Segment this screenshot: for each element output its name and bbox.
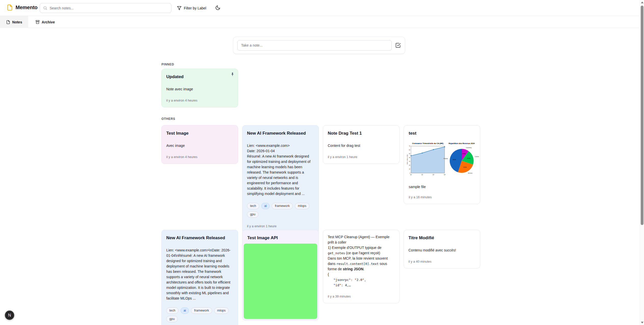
- svg-text:30: 30: [409, 161, 410, 162]
- tab-notes-label: Notes: [12, 20, 22, 24]
- note-card[interactable]: New AI Framework ReleasedLien: <www.exam…: [161, 230, 238, 325]
- scrollbar-up-arrow[interactable]: [641, 2, 643, 3]
- note-card[interactable]: Test MCP Cleanup (Agent) — Exemple prêt …: [323, 230, 400, 303]
- app-logo: Memento: [7, 4, 37, 11]
- others-section-label: OTHERS: [161, 117, 175, 121]
- note-title: test: [409, 130, 475, 137]
- file-icon: [7, 4, 13, 11]
- note-card[interactable]: UpdatedNote avec imageil y a environ 4 h…: [161, 69, 238, 107]
- pinned-section-label: PINNED: [161, 63, 174, 66]
- pinned-notes-row: UpdatedNote avec imageil y a environ 4 h…: [161, 69, 238, 107]
- pin-icon[interactable]: [230, 72, 235, 77]
- tab-archive-label: Archive: [42, 20, 55, 24]
- note-timestamp: il y a environ 1 heure: [328, 155, 395, 159]
- archive-icon: [35, 20, 40, 24]
- note-card[interactable]: New AI Framework ReleasedLien: <www.exam…: [242, 125, 319, 233]
- svg-text:0: 0: [409, 173, 410, 174]
- note-content: sample file: [405, 184, 479, 190]
- svg-text:Q4: Q4: [444, 174, 446, 175]
- tag-pill[interactable]: gpu: [166, 316, 178, 322]
- app-title: Memento: [16, 5, 37, 10]
- nextjs-dev-badge[interactable]: N: [5, 310, 14, 320]
- tag-pill[interactable]: framework: [272, 203, 293, 209]
- filter-label: Filter by Label: [184, 6, 206, 10]
- note-image-green: [244, 244, 317, 319]
- note-card[interactable]: Titre ModifiéContenu modifié avec succès…: [404, 230, 480, 269]
- svg-text:Q3: Q3: [433, 174, 434, 175]
- search-icon: [43, 6, 47, 10]
- svg-text:50: 50: [409, 153, 410, 154]
- file-icon: [6, 20, 10, 24]
- note-content: Test MCP Cleanup (Agent) — Exemple prêt …: [328, 234, 395, 288]
- vertical-scrollbar[interactable]: [640, 0, 644, 325]
- svg-text:40: 40: [409, 157, 410, 158]
- note-content: Avec image: [166, 143, 233, 148]
- note-content: Lien: <www.example.com> Date: 2026-01-04…: [247, 143, 314, 196]
- svg-text:Services: Services: [468, 173, 473, 174]
- tag-pill[interactable]: mlops: [295, 203, 309, 209]
- tag-pill[interactable]: gpu: [247, 211, 258, 218]
- note-title: Test Image API: [247, 234, 314, 242]
- note-content: Note avec image: [166, 87, 233, 92]
- scrollbar-thumb[interactable]: [641, 6, 643, 225]
- note-timestamp: il y a environ 4 heures: [166, 155, 233, 159]
- svg-text:Chiffre d'affaires (M€): Chiffre d'affaires (M€): [407, 154, 408, 165]
- svg-text:20.0%: 20.0%: [467, 158, 470, 159]
- filter-by-label-button[interactable]: Filter by Label: [177, 0, 206, 16]
- moon-icon: [215, 5, 221, 10]
- note-content: Content for drag test: [328, 143, 395, 148]
- svg-text:Produits: Produits: [444, 158, 448, 159]
- tag-pill[interactable]: ai: [261, 203, 270, 209]
- note-title: Updated: [166, 73, 233, 80]
- others-notes-row-2: New AI Framework ReleasedLien: <www.exam…: [161, 230, 481, 325]
- svg-text:10.0%: 10.0%: [462, 153, 466, 154]
- tag-pill[interactable]: ai: [181, 307, 189, 314]
- svg-text:Croissance Trimestrielle du CA: Croissance Trimestrielle du CA (M€): [412, 142, 444, 145]
- tab-notes[interactable]: Notes: [0, 16, 28, 28]
- tag-pill[interactable]: framework: [191, 307, 212, 314]
- tag-pill[interactable]: tech: [247, 203, 259, 209]
- note-charts-image: 010203040506070Q1Q2Q3Q4Croissance Trimes…: [406, 140, 478, 179]
- app-header: Memento Filter by Label: [0, 0, 644, 16]
- tab-bar: Notes Archive: [0, 16, 644, 28]
- note-content: Lien: <www.example.com>\nDate: 2026-01-0…: [166, 248, 233, 301]
- note-composer[interactable]: [233, 37, 405, 54]
- scrollbar-down-arrow[interactable]: [641, 322, 643, 323]
- svg-text:Répartition des Revenus 2024: Répartition des Revenus 2024: [449, 142, 475, 145]
- note-title-wrap: test: [405, 127, 479, 139]
- others-notes-row-1: Test ImageAvec imageil y a environ 4 heu…: [161, 125, 481, 233]
- search-input[interactable]: [50, 6, 168, 10]
- tab-archive[interactable]: Archive: [28, 16, 62, 28]
- svg-text:60: 60: [409, 149, 410, 151]
- svg-text:Licences: Licences: [475, 156, 479, 157]
- note-title: New AI Framework Released: [247, 130, 314, 137]
- note-title: Note Drag Test 1: [328, 130, 395, 137]
- note-tags: techaiframeworkmlopsgpu: [247, 203, 314, 218]
- note-card[interactable]: Test ImageAvec imageil y a environ 4 heu…: [161, 125, 238, 164]
- note-content: Contenu modifié avec succès!: [408, 248, 475, 253]
- note-title-wrap: Test Image API: [244, 231, 317, 244]
- note-tags: techaiframeworkmlopsgpu: [166, 307, 233, 322]
- svg-text:Q2: Q2: [421, 174, 423, 175]
- search-box[interactable]: [40, 3, 171, 13]
- take-a-note-input[interactable]: [237, 40, 392, 51]
- filter-funnel-icon: [177, 6, 182, 10]
- note-title: Titre Modifié: [408, 234, 475, 242]
- note-timestamp: il y a 39 minutes: [328, 294, 395, 299]
- svg-text:20: 20: [409, 165, 410, 166]
- note-timestamp: il y a 40 minutes: [408, 260, 475, 264]
- note-card[interactable]: Test Image API: [242, 230, 319, 320]
- theme-toggle-button[interactable]: [215, 5, 221, 11]
- tag-pill[interactable]: mlops: [214, 307, 229, 314]
- note-timestamp: il y a environ 4 heures: [166, 98, 233, 103]
- note-timestamp: il y a 16 minutes: [405, 195, 479, 203]
- note-card[interactable]: test010203040506070Q1Q2Q3Q4Croissance Tr…: [404, 125, 480, 204]
- note-timestamp: il y a environ 1 heure: [247, 224, 314, 229]
- svg-text:10: 10: [409, 168, 410, 170]
- svg-text:25.0%: 25.0%: [463, 167, 467, 168]
- checkbox-icon[interactable]: [395, 43, 401, 48]
- note-title: New AI Framework Released: [166, 234, 233, 242]
- note-card[interactable]: Note Drag Test 1Content for drag testil …: [323, 125, 400, 164]
- svg-text:Q1: Q1: [410, 174, 412, 175]
- tag-pill[interactable]: tech: [166, 307, 179, 314]
